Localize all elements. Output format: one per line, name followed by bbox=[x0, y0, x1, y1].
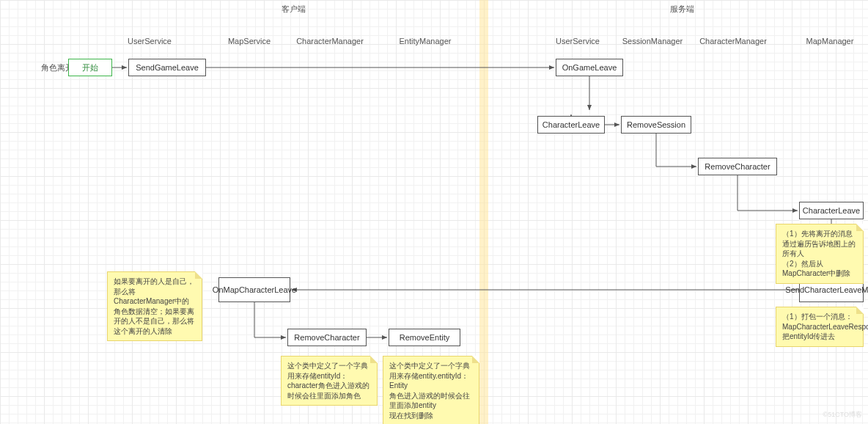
note-remove-character-c: 这个类中定义了一个字典用来存储entityId：character角色进入游戏的… bbox=[281, 356, 378, 406]
node-character-leave-2: CharacterLeave bbox=[799, 202, 864, 219]
node-remove-character-c: RemoveCharacter bbox=[287, 329, 367, 346]
col-client-charmgr: CharacterManager bbox=[296, 37, 364, 45]
node-character-leave-1-label: CharacterLeave bbox=[542, 120, 600, 129]
node-character-leave-1: CharacterLeave bbox=[537, 116, 605, 134]
node-remove-entity-label: RemoveEntity bbox=[400, 333, 449, 342]
note-send-char-leave-map: （1）打包一个消息：MapCharacterLeaveResponse，把ent… bbox=[776, 307, 864, 347]
node-remove-entity: RemoveEntity bbox=[389, 329, 460, 346]
node-on-map-char-leave-label: OnMapCharacterLeave bbox=[213, 285, 296, 294]
node-send-game-leave-label: SendGameLeave bbox=[136, 63, 199, 72]
note-on-map-char-leave: 如果要离开的人是自己，那么将CharacterManager中的角色数据清空；如… bbox=[107, 271, 202, 341]
node-send-game-leave: SendGameLeave bbox=[128, 59, 206, 76]
note-char-leave-2: （1）先将离开的消息通过遍历告诉地图上的所有人（2）然后从MapCharacte… bbox=[776, 224, 864, 284]
node-remove-character-c-label: RemoveCharacter bbox=[294, 333, 359, 342]
node-start: 开始 bbox=[68, 59, 112, 76]
col-server-charmgr: CharacterManager bbox=[699, 37, 767, 45]
section-divider bbox=[479, 0, 488, 424]
node-remove-session-label: RemoveSession bbox=[627, 120, 685, 129]
col-server-userservice: UserService bbox=[556, 37, 600, 45]
node-on-game-leave-label: OnGameLeave bbox=[562, 63, 617, 72]
note-remove-entity: 这个类中定义了一个字典用来存储entity.entityId：Entity角色进… bbox=[383, 356, 479, 424]
col-server-mapmgr: MapManager bbox=[806, 37, 854, 45]
node-start-label: 开始 bbox=[82, 62, 98, 73]
col-client-mapservice: MapService bbox=[228, 37, 271, 45]
col-client-entmgr: EntityManager bbox=[400, 37, 452, 45]
node-character-leave-2-label: CharacterLeave bbox=[803, 206, 860, 215]
section-title-client: 客户端 bbox=[282, 4, 306, 15]
watermark: ©51CTO博客 bbox=[823, 410, 862, 420]
node-remove-character-s-label: RemoveCharacter bbox=[705, 162, 770, 171]
section-title-server: 服务端 bbox=[670, 4, 694, 15]
col-client-userservice: UserService bbox=[128, 37, 172, 45]
node-on-game-leave: OnGameLeave bbox=[556, 59, 623, 76]
node-on-map-char-leave: OnMapCharacterLeave bbox=[218, 277, 290, 302]
col-server-sessmgr: SessionManager bbox=[622, 37, 683, 45]
node-remove-session: RemoveSession bbox=[621, 116, 691, 134]
node-remove-character-s: RemoveCharacter bbox=[698, 158, 777, 175]
node-send-char-leave-map-label: SendCharacterLeaveMap bbox=[785, 285, 868, 294]
